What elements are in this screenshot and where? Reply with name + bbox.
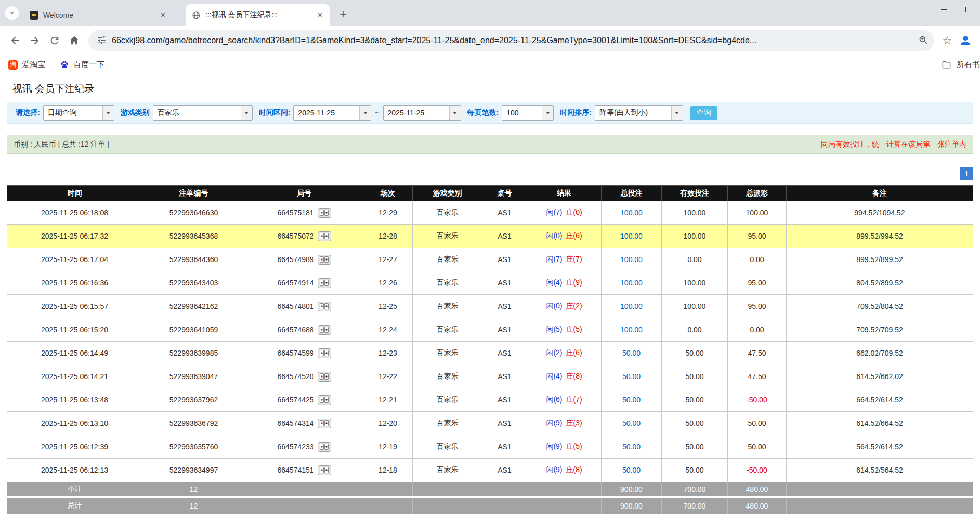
- chevron-down-icon: [9, 10, 15, 16]
- cell-total-bet[interactable]: 50.00: [602, 435, 662, 459]
- tab-close-icon[interactable]: ×: [158, 10, 168, 20]
- cell-time: 2025-11-25 06:13:10: [7, 412, 142, 435]
- browser-tab-betrecord[interactable]: :::视讯 会员下注纪录::: ×: [186, 4, 330, 26]
- cell-total-bet[interactable]: 100.00: [602, 271, 662, 295]
- bookmark-taobao[interactable]: 淘 爱淘宝: [8, 60, 45, 70]
- replay-icon[interactable]: [318, 465, 331, 475]
- cell-total-bet[interactable]: 50.00: [602, 412, 662, 435]
- dropdown-arrow-icon[interactable]: [671, 106, 683, 120]
- home-button[interactable]: [64, 31, 84, 50]
- cell-payout: 95.00: [728, 271, 787, 295]
- new-tab-button[interactable]: +: [335, 7, 351, 22]
- cell-note: 662.02/709.52: [787, 342, 973, 365]
- forward-button[interactable]: [25, 31, 45, 50]
- replay-icon[interactable]: [318, 278, 331, 288]
- result-player: 闲(9): [546, 442, 562, 450]
- replay-icon[interactable]: [318, 302, 331, 311]
- cell-session: 12-21: [363, 388, 413, 412]
- replay-icon[interactable]: [318, 255, 331, 265]
- bookmarks-bar: 淘 爱淘宝 百度一下 所有书: [0, 55, 980, 75]
- cell-result: 闲(9)庄(3): [527, 412, 602, 435]
- window-controls: [932, 0, 980, 19]
- dropdown-arrow-icon[interactable]: [359, 106, 371, 120]
- column-header-time: 时间: [7, 186, 142, 201]
- cell-total-bet[interactable]: 50.00: [602, 459, 662, 482]
- bookmark-baidu[interactable]: 百度一下: [60, 60, 104, 70]
- empty-cell: [527, 497, 602, 514]
- cell-total-bet[interactable]: 50.00: [602, 342, 662, 365]
- round-id-text: 664574520: [277, 372, 313, 381]
- replay-icon[interactable]: [318, 419, 331, 428]
- browser-window: Welcome × :::视讯 会员下注纪录::: × +: [0, 0, 980, 75]
- cell-total-bet[interactable]: 100.00: [602, 248, 662, 271]
- profile-avatar-button[interactable]: [956, 31, 975, 50]
- replay-icon[interactable]: [318, 208, 331, 218]
- cell-game: 百家乐: [413, 201, 482, 225]
- column-header-note: 备注: [787, 186, 973, 201]
- replay-icon[interactable]: [318, 442, 331, 452]
- cell-valid-bet: 50.00: [662, 459, 728, 482]
- bookmarks-overflow[interactable]: 所有书: [932, 60, 980, 70]
- cell-result: 闲(7)庄(7): [527, 248, 602, 271]
- dropdown-arrow-icon[interactable]: [449, 106, 461, 120]
- cell-time: 2025-11-25 06:13:48: [7, 388, 142, 412]
- result-player: 闲(5): [546, 325, 562, 333]
- minimize-button[interactable]: [932, 0, 956, 19]
- cell-result: 闲(4)庄(8): [527, 365, 602, 388]
- dropdown-arrow-icon[interactable]: [241, 106, 252, 120]
- cell-game: 百家乐: [413, 342, 482, 365]
- round-id-text: 664574151: [277, 466, 313, 474]
- minimize-icon: [941, 9, 947, 10]
- page-size-select[interactable]: 100: [502, 105, 554, 121]
- maximize-button[interactable]: [956, 0, 980, 19]
- cell-total-bet[interactable]: 50.00: [602, 388, 662, 412]
- url-text[interactable]: 66cxkj98.com/game/betrecord_search/kind3…: [112, 36, 913, 45]
- back-button[interactable]: [5, 31, 25, 50]
- tab-search-button[interactable]: [5, 6, 19, 20]
- cell-table: AS1: [482, 342, 527, 365]
- replay-icon[interactable]: [318, 348, 331, 358]
- sort-select[interactable]: 降幂(由大到小): [595, 105, 683, 121]
- query-type-value: 日期查询: [44, 106, 102, 120]
- cell-round-id: 664575181: [245, 201, 363, 225]
- cell-table: AS1: [482, 248, 527, 271]
- bet-table-body: 2025-11-25 06:18:08 522993646630 6645751…: [7, 201, 973, 482]
- address-bar[interactable]: 66cxkj98.com/game/betrecord_search/kind3…: [88, 30, 934, 51]
- cell-note: 709.52/709.52: [787, 318, 973, 342]
- date-end-select[interactable]: 2025-11-25: [383, 105, 461, 121]
- zoom-icon[interactable]: [918, 35, 929, 46]
- column-header-payout: 总派彩: [728, 186, 787, 201]
- cell-game: 百家乐: [413, 318, 482, 342]
- tab-title: :::视讯 会员下注纪录:::: [205, 10, 312, 20]
- replay-icon[interactable]: [318, 231, 331, 241]
- cell-total-bet[interactable]: 100.00: [602, 318, 662, 342]
- cell-total-bet[interactable]: 50.00: [602, 365, 662, 388]
- page-number-button[interactable]: 1: [960, 167, 973, 180]
- result-banker: 庄(6): [566, 231, 582, 240]
- result-banker: 庄(8): [566, 372, 582, 380]
- tab-close-icon[interactable]: ×: [315, 10, 325, 20]
- folder-icon: [942, 60, 951, 70]
- table-header-row: 时间 注单编号 局号 场次 游戏类别 桌号 结果 总投注 有效投注 总派彩 备注: [7, 186, 973, 201]
- cell-result: 闲(9)庄(5): [527, 435, 602, 459]
- bookmark-star-button[interactable]: ☆: [938, 32, 956, 49]
- replay-icon[interactable]: [318, 395, 331, 405]
- cell-valid-bet: 100.00: [662, 271, 728, 295]
- dropdown-arrow-icon[interactable]: [102, 106, 114, 120]
- sort-value: 降幂(由大到小): [595, 106, 671, 120]
- replay-icon[interactable]: [318, 325, 331, 335]
- date-start-value: 2025-11-25: [294, 106, 359, 120]
- search-button[interactable]: 查询: [690, 106, 717, 120]
- cell-total-bet[interactable]: 100.00: [602, 225, 662, 248]
- query-type-select[interactable]: 日期查询: [43, 105, 114, 121]
- refresh-button[interactable]: [45, 31, 64, 50]
- game-type-select[interactable]: 百家乐: [153, 105, 253, 121]
- cell-game: 百家乐: [413, 248, 482, 271]
- dropdown-arrow-icon[interactable]: [542, 106, 553, 120]
- replay-icon[interactable]: [318, 372, 331, 382]
- cell-payout: 50.00: [728, 412, 787, 435]
- cell-total-bet[interactable]: 100.00: [602, 201, 662, 225]
- browser-tab-welcome[interactable]: Welcome ×: [23, 4, 173, 26]
- date-start-select[interactable]: 2025-11-25: [293, 105, 371, 121]
- cell-total-bet[interactable]: 100.00: [602, 295, 662, 318]
